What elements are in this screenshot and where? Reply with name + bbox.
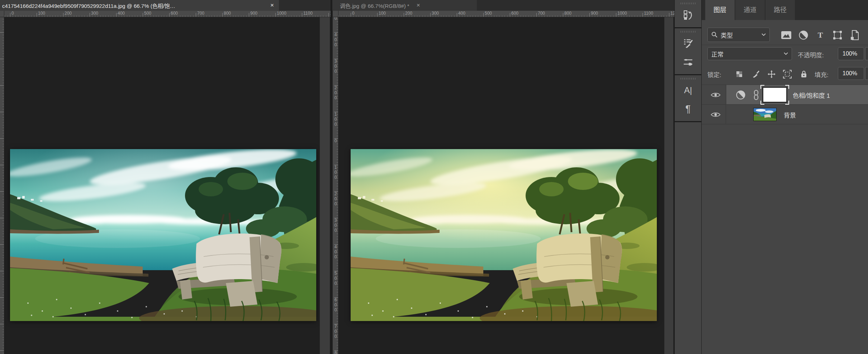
ruler-label: 400 [333,32,338,47]
opacity-dropdown-sliver[interactable] [865,47,868,60]
close-icon[interactable]: × [269,2,275,9]
horizontal-ruler-doc1[interactable]: 0100200300400500600700800900100011001200 [4,11,331,17]
layer-filter-type-dropdown[interactable]: 类型 [707,28,770,42]
brush-icon [752,70,760,78]
adjustment-layer-icon [736,90,746,101]
tab-channels[interactable]: 通道 [735,0,765,20]
chevron-down-icon [784,52,788,55]
vertical-scrollbar-track[interactable] [664,17,673,354]
ruler-label: 200 [333,191,338,206]
checkerboard-icon [736,71,743,78]
vertical-scrollbar-track[interactable] [320,17,330,354]
blend-mode-value: 正常 [711,49,724,58]
filter-shape-layers-button[interactable] [832,29,843,41]
layer-row-hue-saturation[interactable]: 色相/饱和度 1 [702,85,868,105]
fill-dropdown-sliver[interactable] [865,67,868,80]
ruler-origin-box-doc1[interactable] [0,11,4,17]
ruler-label: 300 [333,218,338,233]
lock-transparency-button[interactable] [735,70,744,79]
canvas-area-1[interactable] [0,11,331,354]
history-panel-button[interactable] [675,6,701,24]
smart-object-icon [850,30,860,40]
canvas-area-2[interactable] [332,11,674,354]
blend-mode-dropdown[interactable]: 正常 [707,47,792,60]
lock-pixels-button[interactable] [751,70,760,79]
vertical-ruler-doc2[interactable]: 5004003002001000100200300400500600700800 [333,17,338,354]
layer-name[interactable]: 色相/饱和度 1 [793,91,830,100]
ruler-origin-box-doc2[interactable] [333,11,338,17]
character-panel-button[interactable]: A| [675,81,701,100]
tab-paths[interactable]: 路径 [765,0,795,20]
filter-adjustment-layers-button[interactable] [798,29,809,41]
fill-label: 填充: [815,70,829,79]
filter-type-layers-button[interactable]: T [815,29,826,41]
selected-layer-highlight[interactable]: 色相/饱和度 1 [726,85,868,104]
eye-icon [711,111,721,118]
layers-list-empty-area [702,124,868,354]
document-title-2: 调色.jpg @ 66.7%(RGB/8#) * [340,2,409,9]
fill-value-field[interactable]: 100% [838,67,864,80]
layer-row-background[interactable]: 背景 [702,105,868,124]
ruler-label: 1000 [277,11,286,15]
background-layer-thumbnail[interactable] [753,108,777,121]
document-tab-2[interactable]: 调色.jpg @ 66.7%(RGB/8#) * × [333,0,477,11]
lock-all-button[interactable] [799,70,808,79]
mask-selection-bracket [785,85,789,89]
paragraph-panel-button[interactable]: ¶ [675,100,701,118]
ruler-label: 300 [91,11,98,15]
landscape-image-graded[interactable] [351,149,657,321]
layer-row-content[interactable]: 背景 [726,105,868,124]
ruler-label: 400 [118,11,125,15]
drag-grip[interactable] [680,31,696,33]
ruler-label: 100 [379,11,386,15]
opacity-value-field[interactable]: 100% [838,47,864,60]
lock-artboard-button[interactable] [783,70,792,79]
ruler-label: 1100 [644,11,653,15]
lock-position-button[interactable] [767,70,776,79]
shape-icon [833,30,843,40]
brush-presets-panel-button[interactable] [675,34,701,53]
ruler-label: 300 [333,59,338,74]
tab-layers[interactable]: 图层 [705,0,735,20]
document-tab-1[interactable]: c41754166d224f4a949ebf9509f790529922d11a… [0,0,279,11]
ruler-label: 0 [352,11,355,15]
document-window-1: c41754166d224f4a949ebf9509f790529922d11a… [0,0,331,354]
padlock-icon [800,70,807,78]
drag-grip[interactable] [680,78,696,80]
ruler-label: 500 [333,271,338,286]
horizontal-ruler-doc2[interactable]: 0100200300400500600700800900100011001200 [338,11,674,17]
layers-panel: 图层 通道 路径 类型 [701,0,868,354]
vertical-ruler-doc1[interactable] [0,17,4,354]
layer-name[interactable]: 背景 [784,110,796,119]
ruler-label: 700 [538,11,545,15]
visibility-toggle[interactable] [702,105,726,124]
layer-mask-thumbnail[interactable] [762,87,787,103]
filter-pixel-layers-button[interactable] [781,29,792,41]
mask-link-icon[interactable] [753,90,759,102]
move-arrows-icon [768,70,775,78]
filter-smart-objects-button[interactable] [849,29,860,41]
visibility-toggle[interactable] [702,85,726,104]
text-layer-icon: T [818,30,823,40]
layers-panel-body: 类型 T [702,20,868,354]
ruler-label: 0 [11,11,14,15]
dock-group-type: A| ¶ [675,78,701,122]
ruler-label: 800 [224,11,231,15]
mask-selection-bracket [760,85,764,89]
brush-settings-panel-button[interactable] [675,53,701,71]
mask-selection-bracket [785,101,789,105]
close-icon[interactable]: × [415,2,422,9]
ruler-label: 300 [432,11,439,15]
ruler-label: 600 [171,11,178,15]
ruler-label: 1200 [330,11,331,15]
ruler-label: 700 [197,11,204,15]
document-tabbar-1: c41754166d224f4a949ebf9509f790529922d11a… [0,0,331,11]
landscape-image-original[interactable] [10,149,316,321]
ruler-label: 400 [458,11,465,15]
ruler-label: 100 [333,165,338,180]
ruler-label: 600 [333,297,338,312]
ruler-label: 900 [591,11,598,15]
panel-dock: A| ¶ [675,0,701,354]
ruler-label: 200 [405,11,412,15]
drag-grip[interactable] [680,3,696,4]
